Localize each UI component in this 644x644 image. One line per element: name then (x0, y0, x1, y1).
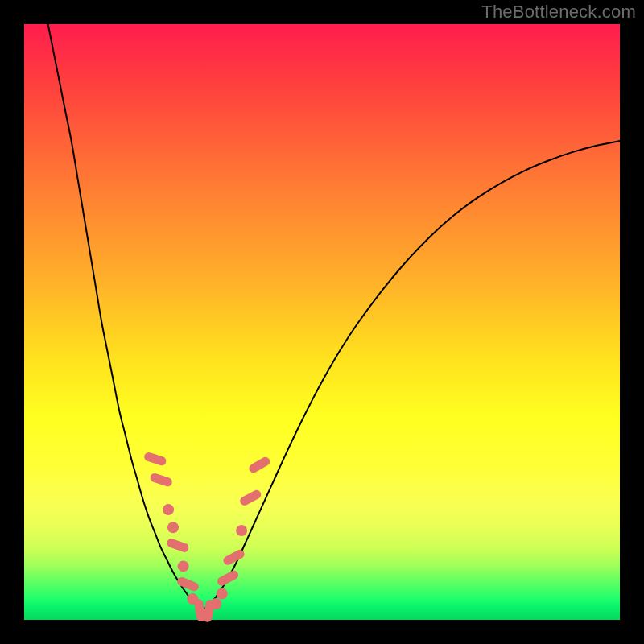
watermark-text: TheBottleneck.com (481, 2, 636, 23)
marker-pill (222, 548, 246, 567)
marker-dot (167, 522, 179, 533)
marker-pill (149, 473, 173, 488)
plot-area (24, 24, 620, 620)
marker-pill (216, 569, 240, 588)
chart-stage: TheBottleneck.com (0, 0, 644, 644)
curve-left-branch (48, 24, 203, 610)
marker-pill (247, 456, 271, 475)
curve-right-branch (203, 141, 620, 610)
marker-pill (238, 489, 262, 507)
marker-layer (143, 452, 271, 623)
marker-dot (217, 588, 228, 599)
marker-dot (236, 525, 247, 536)
marker-dot (163, 504, 174, 515)
curve-layer (48, 24, 620, 610)
marker-dot (178, 560, 189, 572)
marker-pill (143, 452, 167, 467)
marker-pill (166, 538, 190, 554)
marker-pill (175, 576, 200, 592)
marker-dot (210, 598, 221, 609)
plot-svg (24, 24, 620, 620)
